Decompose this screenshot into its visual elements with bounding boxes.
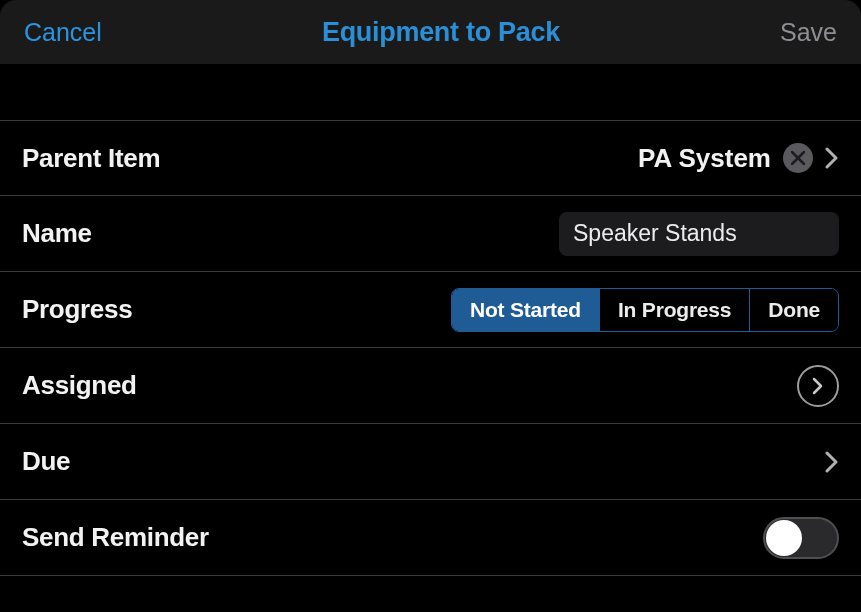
progress-option-done[interactable]: Done (749, 289, 838, 331)
progress-option-not-started[interactable]: Not Started (452, 289, 599, 331)
send-reminder-label: Send Reminder (22, 522, 209, 553)
due-label: Due (22, 446, 70, 477)
assigned-detail-button[interactable] (797, 365, 839, 407)
close-x-icon (791, 151, 805, 165)
progress-segmented-control: Not Started In Progress Done (451, 288, 839, 332)
progress-row: Progress Not Started In Progress Done (0, 272, 861, 348)
header-bar: Cancel Equipment to Pack Save (0, 0, 861, 64)
header-spacer (0, 64, 861, 120)
assigned-label: Assigned (22, 370, 137, 401)
name-row: Name (0, 196, 861, 272)
parent-item-value-group: PA System (638, 143, 839, 174)
due-row[interactable]: Due (0, 424, 861, 500)
progress-option-in-progress[interactable]: In Progress (599, 289, 749, 331)
name-label: Name (22, 218, 92, 249)
chevron-right-icon (825, 147, 839, 169)
chevron-right-icon (812, 377, 824, 395)
send-reminder-row: Send Reminder (0, 500, 861, 576)
name-input[interactable] (559, 212, 839, 256)
parent-item-label: Parent Item (22, 143, 160, 174)
assigned-row[interactable]: Assigned (0, 348, 861, 424)
chevron-right-icon (825, 451, 839, 473)
page-title: Equipment to Pack (322, 17, 560, 48)
send-reminder-toggle[interactable] (763, 517, 839, 559)
parent-item-value: PA System (638, 143, 771, 174)
toggle-knob (766, 520, 802, 556)
parent-item-row[interactable]: Parent Item PA System (0, 120, 861, 196)
cancel-button[interactable]: Cancel (24, 18, 102, 47)
progress-label: Progress (22, 294, 132, 325)
save-button[interactable]: Save (780, 18, 837, 47)
clear-parent-button[interactable] (783, 143, 813, 173)
